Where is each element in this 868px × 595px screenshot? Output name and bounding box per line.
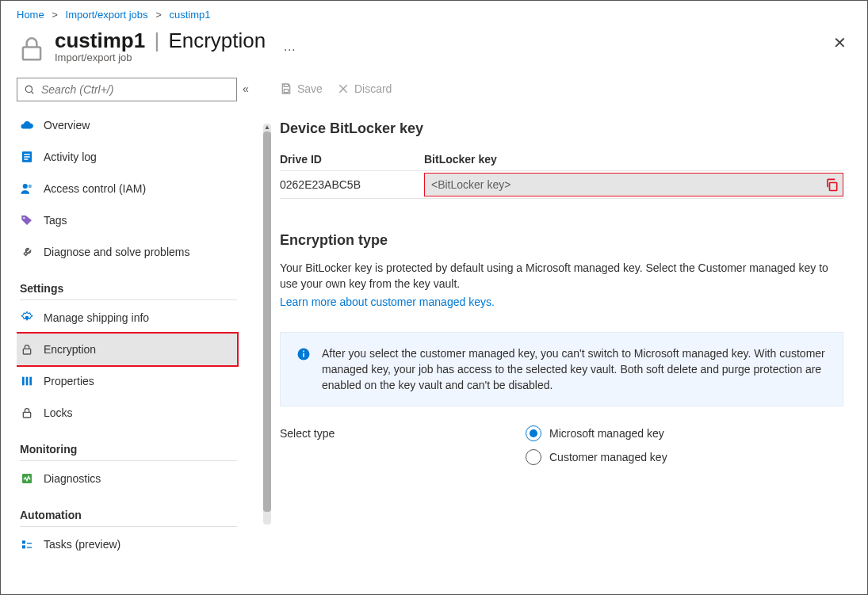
svg-rect-12: [26, 377, 29, 386]
sidebar-item-label: Overview: [44, 119, 90, 132]
cell-drive-id: 0262E23ABC5B: [280, 178, 424, 191]
svg-point-8: [23, 217, 25, 219]
svg-rect-23: [303, 353, 304, 357]
svg-rect-4: [24, 156, 30, 158]
svg-point-6: [23, 184, 28, 189]
discard-label: Discard: [354, 82, 392, 95]
discard-icon: [337, 82, 350, 95]
select-type-row: Select type Microsoft managed key Custom…: [280, 425, 843, 465]
learn-more-link[interactable]: Learn more about customer managed keys.: [280, 296, 495, 308]
th-bitlocker-key: BitLocker key: [424, 153, 843, 166]
section-title-encryption: Encryption type: [280, 232, 843, 249]
svg-rect-21: [830, 183, 837, 191]
discard-button[interactable]: Discard: [337, 82, 392, 95]
log-icon: [20, 150, 34, 164]
svg-rect-10: [23, 349, 30, 354]
sidebar-item-encryption[interactable]: Encryption: [17, 334, 237, 365]
svg-rect-24: [303, 350, 304, 352]
copy-icon[interactable]: [824, 177, 839, 193]
sidebar-item-diagnostics[interactable]: Diagnostics: [17, 463, 237, 494]
radio-label: Microsoft managed key: [549, 427, 664, 440]
save-button[interactable]: Save: [280, 82, 323, 95]
select-type-label: Select type: [280, 425, 526, 440]
sidebar-item-shipping[interactable]: Manage shipping info: [17, 302, 237, 334]
sidebar-section-settings: Settings: [20, 282, 237, 300]
lock-icon: [17, 33, 47, 63]
radio-ms-managed[interactable]: Microsoft managed key: [526, 425, 667, 441]
sidebar-item-label: Access control (IAM): [44, 182, 146, 195]
svg-rect-16: [22, 540, 25, 544]
tag-icon: [20, 213, 34, 227]
radio-label: Customer managed key: [549, 451, 667, 463]
svg-rect-14: [23, 412, 30, 418]
sidebar-item-overview[interactable]: Overview: [17, 109, 237, 141]
page-header: custimp1 | Encryption Import/export job …: [1, 25, 867, 78]
breadcrumb-home[interactable]: Home: [17, 9, 44, 21]
svg-rect-17: [22, 545, 25, 548]
info-banner: After you select the customer managed ke…: [280, 332, 843, 407]
chevron-right-icon: >: [52, 9, 58, 21]
svg-rect-3: [24, 154, 30, 155]
sidebar-item-label: Manage shipping info: [44, 311, 149, 324]
svg-rect-13: [29, 377, 32, 386]
search-input[interactable]: [17, 78, 237, 101]
info-icon: [296, 347, 311, 361]
chevron-right-icon: >: [155, 9, 162, 21]
page-title-resource: custimp1: [55, 29, 145, 52]
page-subtitle: Import/export job: [55, 51, 266, 63]
page-title-section: Encryption: [168, 29, 266, 52]
sidebar-item-label: Activity log: [44, 151, 97, 163]
sidebar-section-monitoring: Monitoring: [20, 443, 237, 461]
properties-icon: [20, 374, 34, 388]
sidebar-item-label: Encryption: [44, 343, 96, 356]
sidebar: Overview Activity log Access control (IA…: [17, 78, 253, 592]
sidebar-item-locks[interactable]: Locks: [17, 397, 237, 429]
close-icon[interactable]: ✕: [833, 29, 851, 51]
lock-icon: [20, 342, 34, 357]
svg-rect-20: [284, 90, 288, 93]
search-input-field[interactable]: [40, 82, 230, 97]
breadcrumb-jobs[interactable]: Import/export jobs: [66, 9, 148, 21]
more-button[interactable]: …: [283, 40, 296, 54]
breadcrumb-current[interactable]: custimp1: [169, 9, 210, 21]
lock-icon: [20, 406, 34, 420]
sidebar-item-iam[interactable]: Access control (IAM): [17, 173, 237, 204]
bitlocker-key-field[interactable]: <BitLocker key>: [424, 173, 843, 196]
svg-rect-0: [23, 47, 40, 59]
th-drive-id: Drive ID: [280, 153, 424, 166]
sidebar-item-label: Tasks (preview): [44, 538, 120, 551]
svg-point-7: [29, 185, 33, 189]
people-icon: [20, 181, 34, 196]
table-row: 0262E23ABC5B <BitLocker key>: [280, 171, 843, 199]
sidebar-item-tags[interactable]: Tags: [17, 204, 237, 236]
sidebar-item-diagnose[interactable]: Diagnose and solve problems: [17, 236, 237, 268]
encryption-description: Your BitLocker key is protected by defau…: [280, 260, 843, 292]
info-text: After you select the customer managed ke…: [322, 345, 827, 394]
sidebar-item-label: Tags: [44, 214, 67, 227]
search-icon: [24, 84, 35, 95]
sidebar-item-properties[interactable]: Properties: [17, 365, 237, 397]
radio-customer-managed[interactable]: Customer managed key: [526, 449, 667, 465]
bitlocker-key-value: <BitLocker key>: [425, 178, 824, 191]
gear-icon: [20, 311, 34, 325]
sidebar-section-automation: Automation: [20, 509, 237, 527]
cloud-icon: [20, 118, 34, 132]
svg-rect-5: [24, 158, 28, 160]
main-content: Save Discard Device BitLocker key Drive …: [253, 78, 867, 592]
svg-rect-19: [27, 547, 32, 547]
sidebar-item-activity-log[interactable]: Activity log: [17, 141, 237, 173]
radio-icon: [526, 425, 541, 441]
tasks-icon: [20, 537, 34, 551]
diagnostics-icon: [20, 471, 34, 486]
save-label: Save: [297, 82, 323, 95]
collapse-sidebar-button[interactable]: «: [239, 78, 253, 592]
svg-point-1: [25, 86, 32, 92]
section-title-bitlocker: Device BitLocker key: [280, 120, 843, 137]
sidebar-item-tasks[interactable]: Tasks (preview): [17, 528, 237, 560]
breadcrumb: Home > Import/export jobs > custimp1: [1, 1, 867, 25]
radio-icon: [526, 449, 541, 465]
wrench-icon: [20, 245, 34, 259]
save-icon: [280, 82, 293, 95]
table-header: Drive ID BitLocker key: [280, 148, 843, 171]
svg-rect-11: [22, 377, 25, 386]
